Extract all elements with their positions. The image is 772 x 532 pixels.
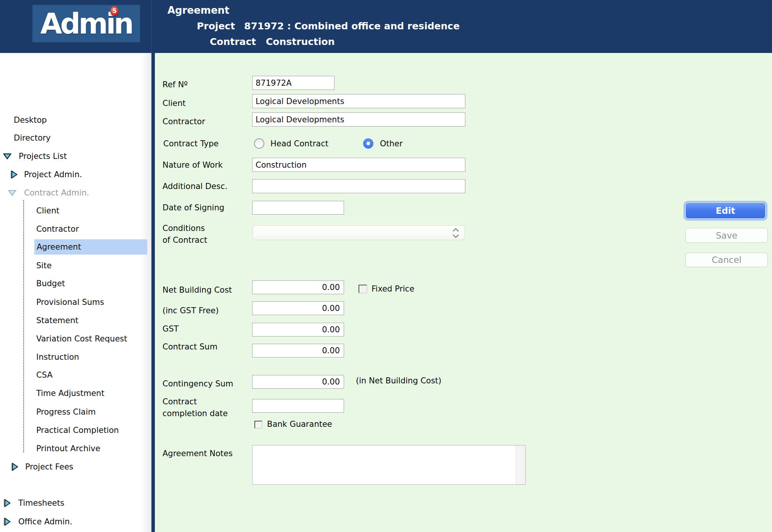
- inc-gst-free-input[interactable]: [252, 301, 344, 315]
- sidebar-item-progress-claim[interactable]: Progress Claim: [36, 406, 96, 418]
- fixed-price-checkbox[interactable]: [359, 285, 367, 293]
- collapse-right-icon[interactable]: [3, 518, 11, 526]
- fixed-price-label: Fixed Price: [372, 284, 414, 294]
- date-of-signing-label: Date of Signing: [162, 203, 224, 213]
- header-project-label: Project: [197, 21, 235, 32]
- sidebar-item-provisional-sums[interactable]: Provisional Sums: [36, 296, 104, 308]
- sidebar-item-statement[interactable]: Statement: [36, 315, 79, 326]
- agreement-notes-label: Agreement Notes: [162, 449, 233, 459]
- app-logo: Admin 5: [32, 5, 140, 42]
- bank-guarantee-checkbox[interactable]: [254, 421, 262, 428]
- ref-no-input[interactable]: [252, 76, 335, 90]
- sidebar-item-desktop[interactable]: Desktop: [14, 114, 47, 126]
- net-building-cost-label: Net Building Cost: [162, 285, 232, 295]
- page-title: Agreement: [167, 5, 230, 16]
- collapse-right-icon[interactable]: [3, 499, 11, 507]
- tree-connector-line: [23, 200, 24, 452]
- sidebar-item-project-admin[interactable]: Project Admin.: [24, 169, 82, 180]
- header-seam-divider: [151, 0, 152, 53]
- header-contract-label: Contract: [210, 36, 256, 47]
- sidebar-item-instruction[interactable]: Instruction: [36, 351, 79, 363]
- client-input[interactable]: [252, 94, 465, 108]
- collapse-right-icon[interactable]: [11, 463, 19, 471]
- conditions-select[interactable]: [253, 225, 465, 240]
- additional-desc-label: Additional Desc.: [162, 181, 227, 192]
- app-window: Admin 5 Agreement Project 871972 : Combi…: [0, 0, 772, 532]
- sidebar-item-practical-completion[interactable]: Practical Completion: [36, 425, 119, 436]
- sidebar-item-budget[interactable]: Budget: [36, 278, 65, 289]
- sidebar-item-time-adjustment[interactable]: Time Adjustment: [36, 388, 105, 399]
- completion-date-label-line1: Contract: [162, 397, 197, 407]
- sidebar-item-projects-list[interactable]: Projects List: [19, 151, 67, 162]
- cancel-button[interactable]: Cancel: [685, 253, 768, 267]
- contingency-sum-label: Contingency Sum: [162, 379, 233, 389]
- contingency-sum-note: (in Net Building Cost): [356, 376, 441, 386]
- sidebar-item-variation-cost-request[interactable]: Variation Cost Request: [36, 333, 127, 345]
- contract-sum-input[interactable]: [252, 344, 344, 357]
- select-updown-chevrons-icon: [452, 227, 460, 239]
- sidebar-item-contract-admin[interactable]: Contract Admin.: [24, 187, 89, 199]
- app-logo-text: Admin: [36, 6, 136, 42]
- gst-label: GST: [162, 324, 179, 334]
- sidebar-item-agreement[interactable]: Agreement: [34, 239, 147, 255]
- notification-badge: 5: [110, 6, 119, 16]
- sidebar-item-timesheets[interactable]: Timesheets: [18, 497, 64, 509]
- net-building-cost-input[interactable]: [252, 280, 344, 294]
- save-button[interactable]: Save: [685, 228, 768, 243]
- header-project-value: 871972 : Combined office and residence: [244, 21, 460, 32]
- contractor-label: Contractor: [162, 117, 205, 127]
- sidebar-item-project-fees[interactable]: Project Fees: [25, 461, 73, 473]
- inc-gst-free-label: (inc GST Free): [162, 306, 219, 316]
- contract-sum-label: Contract Sum: [162, 342, 217, 352]
- header-bar: Admin 5 Agreement Project 871972 : Combi…: [0, 0, 772, 53]
- ref-no-label: Ref Nº: [162, 80, 188, 90]
- conditions-label-line2: of Contract: [162, 235, 207, 245]
- completion-date-input[interactable]: [252, 399, 344, 413]
- other-radio-label: Other: [380, 139, 403, 149]
- sidebar-item-directory[interactable]: Directory: [14, 132, 51, 144]
- sidebar-item-office-admin[interactable]: Office Admin.: [18, 516, 72, 527]
- date-of-signing-input[interactable]: [252, 201, 344, 215]
- sidebar-item-csa[interactable]: CSA: [36, 369, 53, 381]
- agreement-notes-textarea[interactable]: [252, 445, 526, 485]
- head-contract-radio[interactable]: [254, 138, 264, 149]
- expand-down-icon[interactable]: [3, 152, 11, 160]
- sidebar-content-divider: [151, 53, 155, 532]
- sidebar-item-contractor[interactable]: Contractor: [36, 223, 79, 235]
- client-label: Client: [162, 98, 186, 109]
- gst-input[interactable]: [252, 323, 344, 337]
- header-contract-value: Construction: [266, 36, 335, 47]
- sidebar-item-site[interactable]: Site: [36, 260, 51, 271]
- contract-type-label: Contract Type: [163, 139, 219, 149]
- completion-date-label-line2: completion date: [162, 409, 228, 419]
- sidebar-item-printout-archive[interactable]: Printout Archive: [36, 443, 100, 454]
- contractor-input[interactable]: [252, 112, 465, 127]
- nature-of-work-label: Nature of Work: [162, 160, 223, 170]
- sidebar-shadow: [141, 53, 151, 532]
- additional-desc-input[interactable]: [252, 179, 465, 193]
- sidebar-nav: Desktop Directory Projects List Project …: [0, 53, 151, 532]
- collapse-right-icon[interactable]: [10, 170, 18, 179]
- other-radio[interactable]: [363, 138, 373, 149]
- bank-guarantee-label: Bank Guarantee: [267, 419, 332, 429]
- nature-of-work-input[interactable]: [252, 158, 465, 172]
- head-contract-radio-label: Head Contract: [270, 139, 328, 149]
- expand-down-dim-icon[interactable]: [8, 189, 16, 197]
- notes-scrollbar-track[interactable]: [516, 445, 525, 484]
- edit-button[interactable]: Edit: [686, 203, 765, 218]
- sidebar-item-client[interactable]: Client: [36, 205, 60, 216]
- contingency-sum-input[interactable]: [252, 375, 344, 389]
- conditions-label-line1: Conditions: [162, 223, 205, 234]
